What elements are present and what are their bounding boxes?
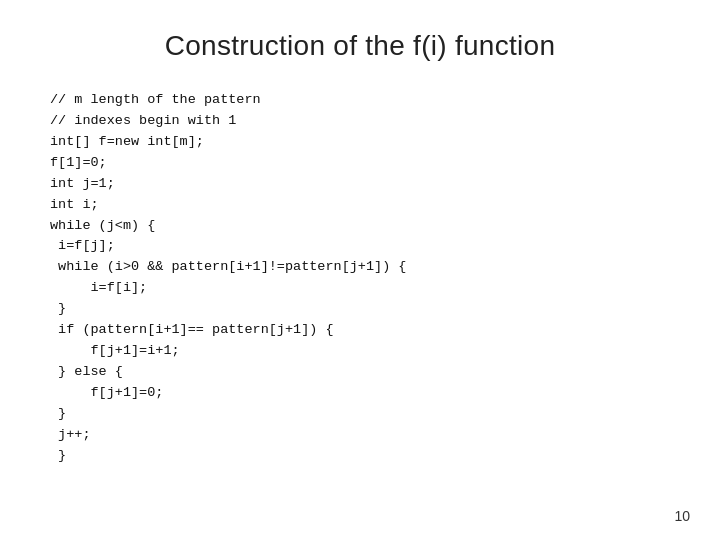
page-number: 10: [674, 508, 690, 524]
code-line: if (pattern[i+1]== pattern[j+1]) {: [50, 320, 680, 341]
code-line: }: [50, 404, 680, 425]
code-line: f[j+1]=0;: [50, 383, 680, 404]
code-line: int[] f=new int[m];: [50, 132, 680, 153]
code-line: }: [50, 446, 680, 467]
code-line: } else {: [50, 362, 680, 383]
code-line: // indexes begin with 1: [50, 111, 680, 132]
slide-title: Construction of the f(i) function: [165, 30, 556, 62]
code-line: f[1]=0;: [50, 153, 680, 174]
code-line: i=f[j];: [50, 236, 680, 257]
slide-container: Construction of the f(i) function // m l…: [0, 0, 720, 540]
code-line: }: [50, 299, 680, 320]
code-line: int i;: [50, 195, 680, 216]
code-line: j++;: [50, 425, 680, 446]
code-line: f[j+1]=i+1;: [50, 341, 680, 362]
code-line: while (j<m) {: [50, 216, 680, 237]
code-line: int j=1;: [50, 174, 680, 195]
code-line: i=f[i];: [50, 278, 680, 299]
code-line: while (i>0 && pattern[i+1]!=pattern[j+1]…: [50, 257, 680, 278]
code-line: // m length of the pattern: [50, 90, 680, 111]
code-block: // m length of the pattern// indexes beg…: [40, 90, 680, 467]
